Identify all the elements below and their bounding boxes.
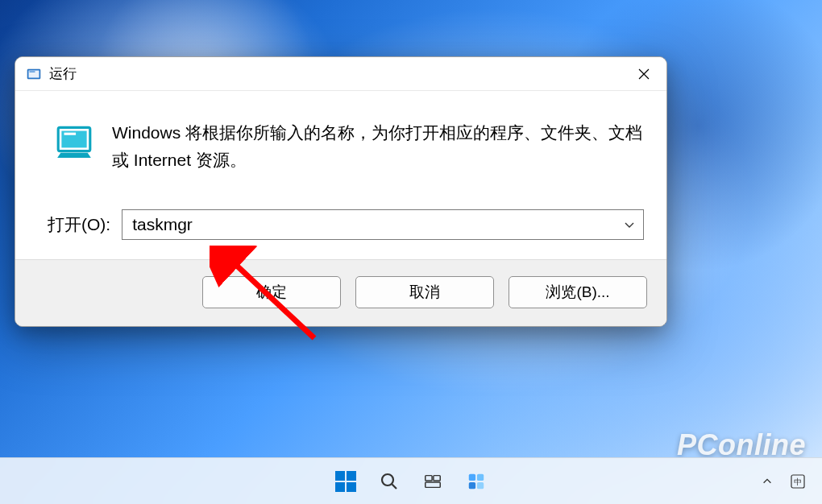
svg-rect-17 (469, 473, 475, 480)
run-titlebar-icon (27, 67, 41, 81)
button-row: 确定 取消 浏览(B)... (15, 259, 666, 326)
svg-rect-15 (434, 475, 440, 480)
open-label: 打开(O): (48, 213, 110, 236)
taskbar-center (327, 463, 495, 500)
svg-rect-2 (30, 71, 35, 72)
input-row: 打开(O): (15, 189, 666, 259)
open-combobox[interactable] (122, 209, 644, 240)
cancel-button[interactable]: 取消 (355, 276, 494, 308)
svg-rect-20 (477, 481, 484, 488)
dialog-body: Windows 将根据你所输入的名称，为你打开相应的程序、文件夹、文档或 Int… (15, 91, 666, 189)
svg-rect-18 (477, 473, 484, 480)
taskbar: 中 (0, 457, 822, 504)
chevron-down-icon[interactable] (616, 210, 643, 239)
svg-rect-10 (335, 482, 345, 492)
svg-text:中: 中 (794, 477, 802, 486)
svg-rect-19 (469, 481, 475, 488)
run-program-icon (54, 119, 94, 159)
svg-rect-16 (426, 481, 440, 486)
svg-rect-11 (347, 482, 356, 492)
dialog-description: Windows 将根据你所输入的名称，为你打开相应的程序、文件夹、文档或 Int… (112, 119, 644, 173)
tray-chevron-icon[interactable] (754, 469, 780, 494)
open-input[interactable] (122, 210, 616, 239)
taskbar-widgets-icon[interactable] (458, 463, 495, 500)
svg-point-12 (382, 474, 393, 485)
taskbar-taskview-icon[interactable] (414, 463, 451, 500)
svg-rect-14 (426, 475, 432, 480)
svg-rect-9 (347, 471, 356, 481)
close-button[interactable] (621, 57, 666, 91)
ok-button[interactable]: 确定 (202, 276, 341, 308)
tray-ime-icon[interactable]: 中 (785, 469, 811, 494)
run-dialog: 运行 Windows 将根据你所输入的名称，为你打开相应的程序、文件夹、文档或 … (15, 56, 667, 327)
svg-rect-5 (64, 133, 77, 135)
svg-rect-8 (335, 471, 345, 481)
browse-button[interactable]: 浏览(B)... (509, 276, 647, 308)
svg-line-13 (392, 484, 397, 489)
taskbar-search-icon[interactable] (371, 463, 408, 500)
titlebar: 运行 (15, 57, 666, 91)
start-button[interactable] (327, 463, 364, 500)
dialog-title: 运行 (49, 64, 621, 83)
system-tray: 中 (754, 469, 811, 494)
